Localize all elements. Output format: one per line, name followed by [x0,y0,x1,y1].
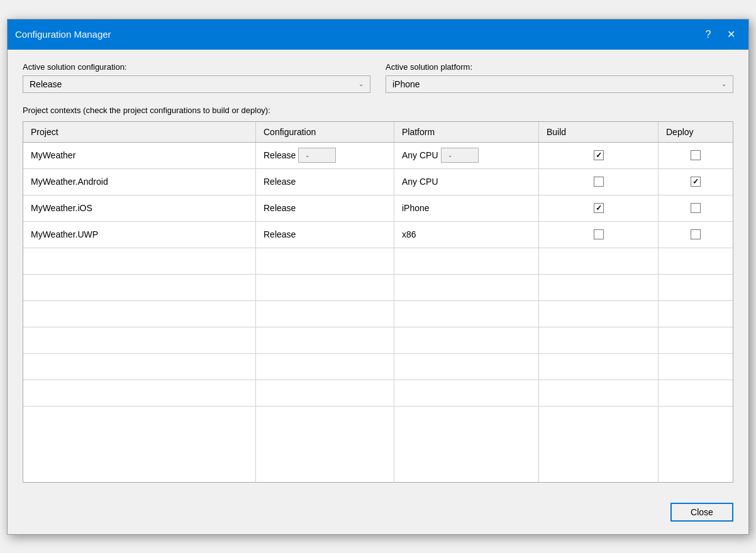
col-header-platform: Platform [394,122,539,142]
empty-cell [23,248,256,274]
empty-cell [394,275,539,300]
config-text: Release [264,229,296,239]
empty-cell [256,275,394,300]
col-header-configuration: Configuration [256,122,394,142]
empty-cell [539,248,659,274]
deploy-checkbox[interactable] [691,229,701,239]
config-cell: Release [256,222,394,248]
build-cell [539,222,659,248]
deploy-cell [659,195,733,221]
row-config-dropdown[interactable]: ⌄ [298,148,336,163]
empty-row [23,248,733,275]
col-header-project: Project [23,122,256,142]
deploy-checkbox[interactable] [691,150,701,160]
empty-cell [659,327,733,353]
build-checkbox[interactable] [594,229,604,239]
config-cell: Release [256,169,394,195]
empty-cell [23,354,256,380]
dialog-footer: Close [8,495,748,534]
empty-row [23,327,733,354]
deploy-checkbox[interactable] [691,177,701,187]
config-group: Active solution configuration: Release ⌄ [23,62,370,93]
empty-cell [659,354,733,380]
close-button[interactable]: Close [670,503,733,522]
empty-cell [394,380,539,406]
empty-cell [394,301,539,327]
empty-cell [23,301,256,327]
empty-cell [659,275,733,300]
project-name: MyWeather.iOS [23,195,256,221]
empty-cell [394,327,539,353]
empty-row [23,380,733,407]
empty-cell [394,248,539,274]
col-header-build: Build [539,122,659,142]
config-cell: Release [256,195,394,221]
platform-text: iPhone [402,203,430,213]
grid-header: Project Configuration Platform Build Dep… [23,122,733,143]
empty-cell [23,327,256,353]
empty-cell [23,275,256,300]
empty-row [23,275,733,301]
build-checkbox[interactable] [594,177,604,187]
empty-cell [256,380,394,406]
build-cell [539,169,659,195]
table-row: MyWeather Release ⌄ Any CPU ⌄ [23,143,733,169]
title-bar-controls: ? ✕ [698,25,741,45]
empty-cell [256,354,394,380]
row-platform-dropdown[interactable]: ⌄ [441,148,479,163]
platform-group: Active solution platform: iPhone ⌄ [386,62,733,93]
empty-cell [256,248,394,274]
empty-row [23,301,733,327]
config-cell: Release ⌄ [256,143,394,168]
platform-cell: x86 [394,222,539,248]
config-text: Release [264,203,296,213]
config-dropdown[interactable]: Release ⌄ [23,75,370,93]
empty-cell [394,407,539,482]
platform-dropdown-arrow: ⌄ [721,80,726,87]
project-name: MyWeather [23,143,256,168]
title-bar: Configuration Manager ? ✕ [8,19,748,50]
build-cell [539,195,659,221]
build-checkbox[interactable] [594,203,604,213]
empty-cell [659,407,733,482]
deploy-cell [659,143,733,168]
empty-cell [539,301,659,327]
empty-cell [539,275,659,300]
empty-row [23,354,733,380]
dialog-title: Configuration Manager [15,29,111,40]
deploy-cell [659,169,733,195]
help-button[interactable]: ? [698,25,718,45]
config-text: Release [264,150,296,160]
solution-row: Active solution configuration: Release ⌄… [23,62,733,93]
row-config-dropdown-arrow: ⌄ [305,152,310,158]
platform-cell: iPhone [394,195,539,221]
configuration-manager-dialog: Configuration Manager ? ✕ Active solutio… [7,19,749,535]
deploy-cell [659,222,733,248]
row-platform-dropdown-arrow: ⌄ [448,152,453,158]
table-row: MyWeather.Android Release Any CPU [23,169,733,195]
dialog-body: Active solution configuration: Release ⌄… [8,50,748,495]
platform-cell: Any CPU [394,169,539,195]
empty-cell [23,407,256,482]
deploy-checkbox[interactable] [691,203,701,213]
table-row: MyWeather.iOS Release iPhone [23,195,733,222]
table-row: MyWeather.UWP Release x86 [23,222,733,248]
platform-dropdown[interactable]: iPhone ⌄ [386,75,733,93]
platform-value: iPhone [392,79,420,89]
platform-text: x86 [402,229,416,239]
empty-cell [659,248,733,274]
empty-cell [539,407,659,482]
close-x-button[interactable]: ✕ [721,25,741,45]
empty-cell [539,327,659,353]
empty-cell [256,301,394,327]
empty-cell [659,380,733,406]
empty-cell [539,354,659,380]
empty-cell [394,354,539,380]
project-grid: Project Configuration Platform Build Dep… [23,121,733,483]
platform-label: Active solution platform: [386,62,733,72]
config-value: Release [30,79,62,89]
empty-cell [539,380,659,406]
platform-text: Any CPU [402,177,438,187]
build-checkbox[interactable] [594,150,604,160]
config-label: Active solution configuration: [23,62,370,72]
